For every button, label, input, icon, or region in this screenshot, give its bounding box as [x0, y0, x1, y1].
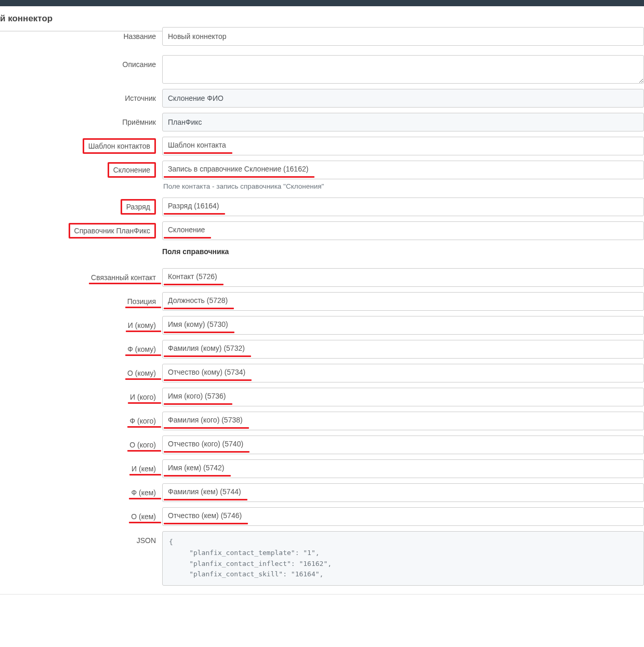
label-name: Название	[123, 32, 156, 41]
label-inflection: Склонение	[108, 162, 156, 178]
row-directory: Справочник ПланФикс Склонение	[0, 221, 644, 240]
label-directory: Справочник ПланФикс	[69, 223, 156, 239]
row-i-kem: И (кем) Имя (кем) (5742)	[0, 459, 644, 478]
row-i-kogo: И (кого) Имя (кого) (5736)	[0, 388, 644, 406]
label-linked-contact: Связанный контакт	[91, 273, 156, 282]
topbar	[0, 0, 644, 6]
row-receiver: Приёмник	[0, 113, 644, 131]
select-directory[interactable]: Склонение	[162, 221, 644, 240]
select-receiver[interactable]	[162, 113, 644, 131]
label-receiver: Приёмник	[122, 118, 156, 126]
row-rank: Разряд Разряд (16164)	[0, 197, 644, 216]
label-contact-template: Шаблон контактов	[83, 138, 156, 154]
select-o-kem[interactable]: Отчество (кем) (5746)	[162, 507, 644, 526]
row-position: Позиция Должность (5728)	[0, 292, 644, 311]
row-description: Описание	[0, 55, 644, 84]
input-description[interactable]	[162, 55, 644, 84]
select-inflection-text: Запись в справочнике Склонение (16162)	[168, 165, 308, 173]
row-i-komu: И (кому) Имя (кому) (5730)	[0, 316, 644, 335]
select-contact-template-text: Шаблон контакта	[168, 141, 226, 149]
select-position[interactable]: Должность (5728)	[162, 292, 644, 311]
select-f-kogo-text: Фамилия (кого) (5738)	[168, 416, 243, 424]
label-i-komu: И (кому)	[128, 321, 156, 329]
row-o-kem: О (кем) Отчество (кем) (5746)	[0, 507, 644, 526]
label-o-kem: О (кем)	[131, 512, 156, 521]
label-rank: Разряд	[121, 199, 156, 215]
row-json: JSON { "planfix_contact_template": "1", …	[0, 531, 644, 586]
row-linked-contact: Связанный контакт Контакт (5726)	[0, 268, 644, 287]
row-o-kogo: О (кого) Отчество (кого) (5740)	[0, 435, 644, 454]
select-o-komu-text: Отчество (кому) (5734)	[168, 368, 245, 376]
select-position-text: Должность (5728)	[168, 296, 228, 305]
row-source: Источник	[0, 89, 644, 108]
select-o-kem-text: Отчество (кем) (5746)	[168, 511, 242, 520]
select-rank[interactable]: Разряд (16164)	[162, 197, 644, 216]
select-o-kogo-text: Отчество (кого) (5740)	[168, 440, 243, 448]
label-position: Позиция	[127, 297, 156, 306]
select-f-kogo[interactable]: Фамилия (кого) (5738)	[162, 412, 644, 430]
select-source[interactable]	[162, 89, 644, 108]
json-box[interactable]: { "planfix_contact_template": "1", "plan…	[162, 531, 644, 586]
form: Название Описание Источник Приёмник Шабл…	[0, 31, 644, 586]
select-f-kem-text: Фамилия (кем) (5744)	[168, 487, 241, 496]
row-name: Название	[0, 31, 644, 50]
label-source: Источник	[125, 94, 156, 102]
row-section: Поля справочника	[0, 245, 644, 264]
section-header: Поля справочника	[162, 247, 644, 256]
row-f-kogo: Ф (кого) Фамилия (кого) (5738)	[0, 412, 644, 430]
label-f-komu: Ф (кому)	[127, 345, 156, 353]
footer-separator	[0, 594, 644, 605]
label-json: JSON	[137, 536, 156, 545]
label-i-kogo: И (кого)	[130, 393, 156, 401]
label-o-kogo: О (кого)	[129, 441, 156, 449]
label-description: Описание	[123, 60, 156, 69]
select-directory-text: Склонение	[168, 226, 205, 234]
label-i-kem: И (кем)	[132, 465, 156, 473]
label-o-komu: О (кому)	[127, 369, 156, 377]
help-inflection: Поле контакта - запись справочника "Скло…	[162, 182, 644, 190]
select-i-komu-text: Имя (кому) (5730)	[168, 320, 228, 328]
select-i-komu[interactable]: Имя (кому) (5730)	[162, 316, 644, 335]
select-o-kogo[interactable]: Отчество (кого) (5740)	[162, 435, 644, 454]
select-i-kem[interactable]: Имя (кем) (5742)	[162, 459, 644, 478]
row-o-komu: О (кому) Отчество (кому) (5734)	[0, 364, 644, 382]
select-f-komu[interactable]: Фамилия (кому) (5732)	[162, 340, 644, 359]
select-i-kogo-text: Имя (кого) (5736)	[168, 392, 226, 400]
select-rank-text: Разряд (16164)	[168, 202, 219, 210]
select-contact-template[interactable]: Шаблон контакта	[162, 137, 644, 155]
select-f-kem[interactable]: Фамилия (кем) (5744)	[162, 483, 644, 502]
label-f-kogo: Ф (кого)	[129, 417, 156, 425]
select-i-kogo[interactable]: Имя (кого) (5736)	[162, 388, 644, 406]
label-f-kem: Ф (кем)	[131, 488, 156, 497]
row-contact-template: Шаблон контактов Шаблон контакта	[0, 137, 644, 155]
row-inflection: Склонение Запись в справочнике Склонение…	[0, 161, 644, 190]
select-i-kem-text: Имя (кем) (5742)	[168, 464, 225, 472]
row-f-komu: Ф (кому) Фамилия (кому) (5732)	[0, 340, 644, 359]
select-linked-contact[interactable]: Контакт (5726)	[162, 268, 644, 287]
select-o-komu[interactable]: Отчество (кому) (5734)	[162, 364, 644, 382]
select-inflection[interactable]: Запись в справочнике Склонение (16162)	[162, 161, 644, 179]
select-f-komu-text: Фамилия (кому) (5732)	[168, 344, 245, 352]
input-name[interactable]	[162, 27, 644, 46]
select-linked-contact-text: Контакт (5726)	[168, 272, 217, 281]
row-f-kem: Ф (кем) Фамилия (кем) (5744)	[0, 483, 644, 502]
